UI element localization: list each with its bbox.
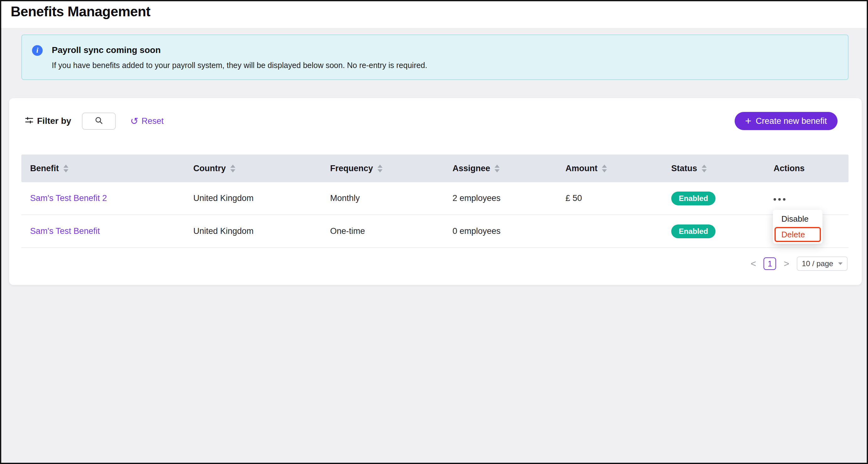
table-header-row: Benefit Country Frequency Assignee Amoun… [21,155,848,182]
status-badge: Enabled [671,225,715,238]
column-header-status[interactable]: Status [671,164,774,173]
column-header-frequency[interactable]: Frequency [330,164,453,173]
assignee-cell: 2 employees [453,193,565,203]
benefit-link[interactable]: Sam's Test Benefit [30,226,100,236]
search-input[interactable] [82,112,116,130]
top-bar: Benefits Management [1,1,867,28]
page-title: Benefits Management [11,4,150,20]
table-row: Sam's Test Benefit United Kingdom One-ti… [21,215,848,248]
column-header-actions: Actions [774,164,848,173]
benefits-management-screen: Benefits Management i Payroll sync comin… [0,0,868,464]
reset-icon: ↺ [130,116,138,126]
benefits-table: Benefit Country Frequency Assignee Amoun… [21,155,848,248]
column-header-benefit[interactable]: Benefit [30,164,193,173]
delete-menu-item[interactable]: Delete [774,227,821,242]
info-icon: i [32,45,43,56]
country-cell: United Kingdom [193,193,330,203]
banner-title: Payroll sync coming soon [52,45,161,55]
benefits-card: Filter by ↺ Reset + Create new benefit B… [9,98,862,285]
reset-button[interactable]: ↺ Reset [128,116,166,126]
column-header-assignee[interactable]: Assignee [453,164,565,173]
country-cell: United Kingdom [193,226,330,236]
table-row: Sam's Test Benefit 2 United Kingdom Mont… [21,182,848,215]
frequency-cell: One-time [330,226,453,236]
more-options-icon[interactable] [774,195,785,204]
filter-toolbar: Filter by ↺ Reset [25,112,165,130]
benefit-link[interactable]: Sam's Test Benefit 2 [30,193,107,203]
filter-by-label: Filter by [37,116,71,126]
search-icon [94,116,103,126]
column-header-amount[interactable]: Amount [565,164,671,173]
pagination: < 1 > 10 / page [749,257,847,271]
page-size-select[interactable]: 10 / page [797,257,847,271]
sort-icon[interactable] [702,165,707,172]
actions-dropdown-menu: Disable Delete [773,210,823,243]
next-page-button[interactable]: > [782,259,791,269]
page-size-value: 10 / page [802,259,833,268]
sort-icon[interactable] [377,165,382,172]
create-button-label: Create new benefit [756,116,827,126]
filter-icon [25,116,34,126]
sort-icon[interactable] [602,165,607,172]
status-badge: Enabled [671,192,715,205]
disable-menu-item[interactable]: Disable [774,211,821,226]
chevron-down-icon [838,262,843,265]
sort-icon[interactable] [230,165,235,172]
amount-cell: £ 50 [565,193,671,203]
sort-icon[interactable] [495,165,500,172]
current-page-button[interactable]: 1 [764,257,776,270]
create-new-benefit-button[interactable]: + Create new benefit [735,112,838,130]
frequency-cell: Monthly [330,193,453,203]
column-header-country[interactable]: Country [193,164,330,173]
banner-text: If you have benefits added to your payro… [52,61,427,70]
previous-page-button[interactable]: < [749,259,758,269]
assignee-cell: 0 employees [453,226,565,236]
sort-icon[interactable] [63,165,68,172]
plus-icon: + [745,115,751,126]
reset-label: Reset [142,116,164,126]
info-banner: i Payroll sync coming soon If you have b… [21,34,848,80]
